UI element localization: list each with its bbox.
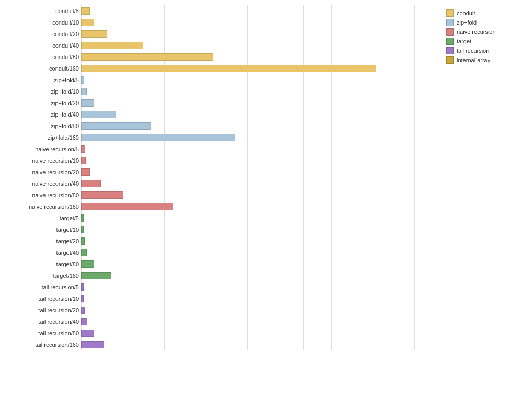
bar-row xyxy=(81,40,442,51)
bar xyxy=(81,272,111,279)
labels-column: conduit/5conduit/10conduit/20conduit/40c… xyxy=(0,5,81,350)
legend-label: zip+fold xyxy=(457,19,477,26)
bar-row xyxy=(81,143,442,155)
bar xyxy=(81,330,94,337)
legend: conduitzip+foldnaive recursiontargettail… xyxy=(442,5,510,350)
bar-row xyxy=(81,74,442,86)
bar-row xyxy=(81,17,442,28)
bar-row xyxy=(81,201,442,212)
bar-row xyxy=(81,166,442,178)
bar xyxy=(81,191,123,199)
bar xyxy=(81,283,84,291)
bar-label: target/80 xyxy=(56,258,79,270)
bar-row xyxy=(81,120,442,132)
bar-row xyxy=(81,5,442,17)
bar xyxy=(81,19,94,26)
bars-area xyxy=(81,5,442,350)
bar-label: zip+fold/80 xyxy=(51,120,79,132)
bar xyxy=(81,7,90,15)
bar-row xyxy=(81,63,442,74)
bar xyxy=(81,318,87,325)
bar-label: naive recursion/20 xyxy=(32,166,79,178)
bar-label: zip+fold/20 xyxy=(51,97,79,109)
bar-row xyxy=(81,178,442,189)
bar-row xyxy=(81,109,442,120)
legend-label: internal array xyxy=(457,57,490,63)
bar-row xyxy=(81,132,442,143)
bar-row xyxy=(81,189,442,201)
bar-row xyxy=(81,339,442,350)
bar xyxy=(81,99,94,107)
legend-swatch xyxy=(446,28,454,36)
bar-label: zip+fold/5 xyxy=(54,74,79,86)
legend-swatch xyxy=(446,9,454,17)
bar-label: tail recursion/5 xyxy=(41,281,79,293)
bar-row xyxy=(81,247,442,258)
legend-swatch xyxy=(446,38,454,45)
bar-row xyxy=(81,212,442,224)
legend-item: naive recursion xyxy=(446,28,506,36)
bar-label: conduit/10 xyxy=(52,17,79,28)
bar xyxy=(81,249,87,256)
bar-label: tail recursion/80 xyxy=(38,327,79,339)
bar-row xyxy=(81,28,442,40)
bar xyxy=(81,180,101,187)
legend-label: tail recursion xyxy=(457,48,489,54)
bar xyxy=(81,307,85,314)
bar-label: target/40 xyxy=(56,247,79,258)
bar-row xyxy=(81,293,442,304)
bar xyxy=(81,53,213,61)
bar xyxy=(81,65,376,72)
legend-swatch xyxy=(446,19,454,26)
bar xyxy=(81,145,85,153)
bar xyxy=(81,42,143,49)
bar-label: conduit/160 xyxy=(49,63,79,74)
legend-item: tail recursion xyxy=(446,47,506,54)
bar-row xyxy=(81,270,442,281)
bar-row xyxy=(81,51,442,63)
bar-label: tail recursion/20 xyxy=(38,304,79,316)
bar-label: target/10 xyxy=(56,224,79,235)
bar xyxy=(81,341,104,348)
bar-label: tail recursion/160 xyxy=(35,339,79,350)
bar-label: target/5 xyxy=(60,212,79,224)
bar-label: tail recursion/40 xyxy=(38,316,79,327)
bar-label: conduit/80 xyxy=(52,51,79,63)
bar xyxy=(81,111,116,118)
bar-label: naive recursion/80 xyxy=(32,189,79,201)
bar-label: naive recursion/160 xyxy=(29,201,79,212)
bar-row xyxy=(81,316,442,327)
legend-label: conduit xyxy=(457,10,475,16)
bar xyxy=(81,122,151,130)
bar xyxy=(81,30,107,38)
bar-row xyxy=(81,97,442,109)
bar-row xyxy=(81,304,442,316)
bar-label: zip+fold/10 xyxy=(51,86,79,97)
bar-row xyxy=(81,281,442,293)
legend-swatch xyxy=(446,56,454,64)
bar-row xyxy=(81,258,442,270)
legend-item: target xyxy=(446,38,506,45)
bar xyxy=(81,260,94,268)
bar xyxy=(81,214,84,222)
bar xyxy=(81,295,84,302)
bar-row xyxy=(81,224,442,235)
chart-container: conduit/5conduit/10conduit/20conduit/40c… xyxy=(0,0,510,356)
bar-label: target/160 xyxy=(53,270,79,281)
legend-label: naive recursion xyxy=(457,29,496,35)
bar xyxy=(81,134,235,141)
bar-label: zip+fold/160 xyxy=(48,132,79,143)
legend-label: target xyxy=(457,38,471,44)
bar-row xyxy=(81,327,442,339)
bar-row xyxy=(81,86,442,97)
legend-item: internal array xyxy=(446,56,506,64)
bar-row xyxy=(81,155,442,166)
bar-label: naive recursion/5 xyxy=(35,143,79,155)
bar xyxy=(81,203,173,210)
bar xyxy=(81,226,84,233)
bar xyxy=(81,237,85,245)
legend-item: zip+fold xyxy=(446,19,506,26)
bar-label: naive recursion/40 xyxy=(32,178,79,189)
bar xyxy=(81,76,84,84)
legend-swatch xyxy=(446,47,454,54)
